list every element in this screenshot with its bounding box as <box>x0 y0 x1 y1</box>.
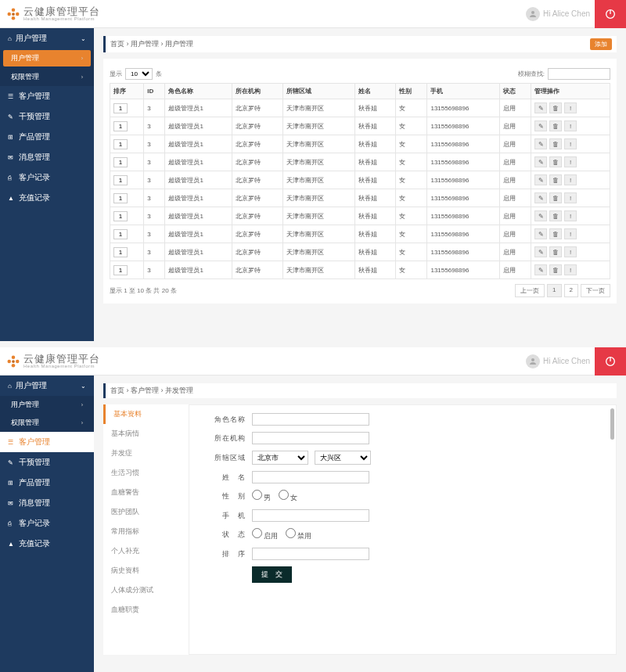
menu-icon: ☰ <box>8 439 16 446</box>
warn-button[interactable]: ! <box>564 192 577 203</box>
delete-button[interactable]: 🗑 <box>549 120 562 131</box>
page-1-button[interactable]: 1 <box>547 284 561 297</box>
sidebar-item[interactable]: ⊞产品管理 <box>0 127 94 147</box>
sidebar-item[interactable]: ⎙客户记录 <box>0 513 94 534</box>
sex-female-option[interactable]: 女 <box>279 490 297 503</box>
sort-input[interactable] <box>113 139 128 149</box>
delete-button[interactable]: 🗑 <box>549 192 562 203</box>
sort-input[interactable] <box>113 121 128 131</box>
edit-button[interactable]: ✎ <box>534 156 547 167</box>
sidebar-item[interactable]: ⎙客户记录 <box>0 167 94 188</box>
form-tab[interactable]: 基本资料 <box>103 404 189 424</box>
table-row: 3超级管理员1北京罗特天津市南开区秋香姐女13155698896启用✎🗑! <box>110 189 610 207</box>
warn-button[interactable]: ! <box>564 120 577 131</box>
edit-button[interactable]: ✎ <box>534 174 547 185</box>
form-tab[interactable]: 医护团队 <box>103 502 189 522</box>
sidebar-item[interactable]: ✎干预管理 <box>0 106 94 127</box>
submenu-item[interactable]: 用户管理› <box>3 50 91 66</box>
name-input[interactable] <box>252 471 369 483</box>
status-enable-option[interactable]: 启用 <box>252 528 278 541</box>
sidebar-item[interactable]: ✉消息管理 <box>0 493 94 513</box>
sort-input[interactable] <box>113 211 128 221</box>
edit-button[interactable]: ✎ <box>534 228 547 239</box>
add-button[interactable]: 添加 <box>590 38 612 50</box>
delete-button[interactable]: 🗑 <box>549 138 562 149</box>
sidebar-group-user[interactable]: ⌂用户管理 ⌄ <box>0 376 94 396</box>
delete-button[interactable]: 🗑 <box>549 102 562 113</box>
svg-point-0 <box>12 8 16 12</box>
delete-button[interactable]: 🗑 <box>549 246 562 257</box>
scrollbar-thumb[interactable] <box>610 408 614 440</box>
sort-input[interactable] <box>113 175 128 185</box>
edit-button[interactable]: ✎ <box>534 120 547 131</box>
logout-button[interactable] <box>595 0 626 28</box>
delete-button[interactable]: 🗑 <box>549 228 562 239</box>
user-area[interactable]: Hi Alice Chen <box>526 7 590 21</box>
form-tab[interactable]: 并发症 <box>103 444 189 463</box>
sidebar-item[interactable]: ✎干预管理 <box>0 452 94 473</box>
delete-button[interactable]: 🗑 <box>549 174 562 185</box>
delete-button[interactable]: 🗑 <box>549 264 562 275</box>
warn-button[interactable]: ! <box>564 210 577 221</box>
submenu-item[interactable]: 权限管理› <box>0 414 94 432</box>
form-tab[interactable]: 人体成分测试 <box>103 580 189 600</box>
submenu-item[interactable]: 用户管理› <box>0 396 94 414</box>
form-tab[interactable]: 个人补充 <box>103 541 189 561</box>
edit-button[interactable]: ✎ <box>534 264 547 275</box>
role-input[interactable] <box>252 413 369 426</box>
status-disable-option[interactable]: 禁用 <box>286 528 311 541</box>
search-input[interactable] <box>548 68 610 80</box>
sidebar-item[interactable]: ⊞产品管理 <box>0 473 94 493</box>
form-tab[interactable]: 血糖警告 <box>103 483 189 502</box>
table-row: 3超级管理员1北京罗特天津市南开区秋香姐女13155698896启用✎🗑! <box>110 207 610 225</box>
warn-button[interactable]: ! <box>564 174 577 185</box>
logo: 云健康管理平台 Health Management Platform <box>0 6 100 21</box>
sort-input[interactable] <box>113 193 128 203</box>
svg-point-12 <box>12 360 15 363</box>
sort-input[interactable] <box>113 157 128 167</box>
edit-button[interactable]: ✎ <box>534 138 547 149</box>
form-tab[interactable]: 生活习惯 <box>103 463 189 483</box>
page-size-select[interactable]: 10 <box>125 68 153 80</box>
edit-button[interactable]: ✎ <box>534 192 547 203</box>
next-page-button[interactable]: 下一页 <box>581 284 610 297</box>
sidebar-item[interactable]: ☰客户管理 <box>0 86 94 106</box>
sort-input[interactable] <box>113 229 128 239</box>
form-tab[interactable]: 基本病情 <box>103 424 189 444</box>
org-input[interactable] <box>252 432 369 444</box>
warn-button[interactable]: ! <box>564 246 577 257</box>
user-area[interactable]: Hi Alice Chen <box>526 354 590 368</box>
form-tab[interactable]: 常用指标 <box>103 522 189 541</box>
form-tab[interactable]: 病史资料 <box>103 561 189 580</box>
sort-input[interactable] <box>113 103 128 113</box>
sort-input[interactable] <box>113 265 128 275</box>
edit-button[interactable]: ✎ <box>534 210 547 221</box>
warn-button[interactable]: ! <box>564 228 577 239</box>
sidebar-item[interactable]: ✉消息管理 <box>0 147 94 167</box>
logout-button[interactable] <box>595 347 626 376</box>
submit-button[interactable]: 提 交 <box>252 566 292 583</box>
prev-page-button[interactable]: 上一页 <box>515 284 545 297</box>
sidebar-item[interactable]: ☰客户管理 <box>0 432 94 452</box>
form-tab[interactable]: 血糖职责 <box>103 600 189 620</box>
phone-input[interactable] <box>252 509 369 522</box>
warn-button[interactable]: ! <box>564 102 577 113</box>
warn-button[interactable]: ! <box>564 138 577 149</box>
warn-button[interactable]: ! <box>564 156 577 167</box>
page-2-button[interactable]: 2 <box>564 284 578 297</box>
sidebar-item[interactable]: ▲充值记录 <box>0 188 94 208</box>
city-select[interactable]: 北京市 <box>252 451 308 465</box>
sort-input[interactable] <box>252 548 369 560</box>
warn-button[interactable]: ! <box>564 264 577 275</box>
edit-button[interactable]: ✎ <box>534 102 547 113</box>
menu-icon: ✎ <box>8 113 16 120</box>
delete-button[interactable]: 🗑 <box>549 156 562 167</box>
sort-input[interactable] <box>113 247 128 257</box>
sidebar-item[interactable]: ▲充值记录 <box>0 534 94 554</box>
sex-male-option[interactable]: 男 <box>252 490 271 503</box>
district-select[interactable]: 大兴区 <box>315 451 371 465</box>
sidebar-group-user[interactable]: ⌂用户管理 ⌄ <box>0 28 94 49</box>
edit-button[interactable]: ✎ <box>534 246 547 257</box>
submenu-item[interactable]: 权限管理› <box>0 68 94 86</box>
delete-button[interactable]: 🗑 <box>549 210 562 221</box>
